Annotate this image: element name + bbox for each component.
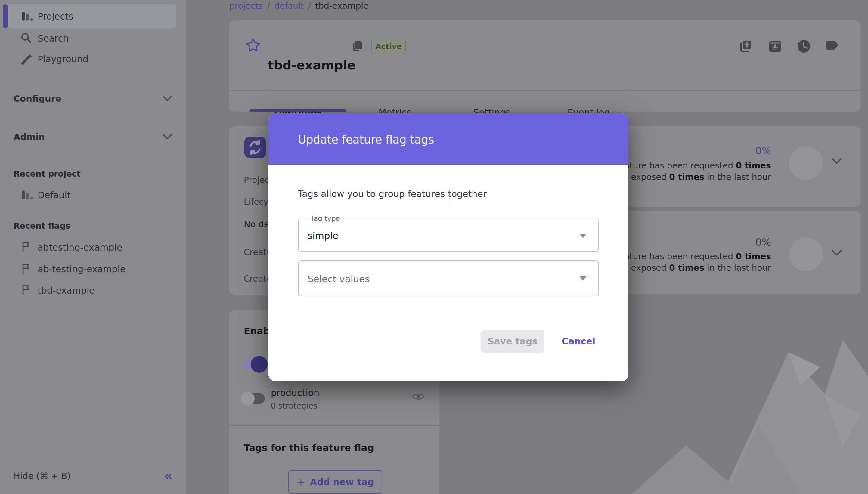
history-clock-icon[interactable]: [796, 39, 811, 54]
breadcrumb-link-default[interactable]: default: [274, 1, 304, 11]
copy-name-icon[interactable]: [351, 39, 365, 53]
archive-icon[interactable]: [768, 39, 782, 54]
lifecycle-icon: [244, 137, 266, 158]
chevron-down-icon: [162, 95, 172, 102]
sidebar-item-label: abtesting-example: [38, 242, 122, 253]
metrics-text: in the last hour: [704, 263, 771, 273]
sidebar-section-admin[interactable]: Admin: [14, 131, 172, 142]
sidebar-item-default-project[interactable]: Default: [3, 185, 176, 205]
sidebar-item-label: tbd-example: [38, 285, 95, 296]
flag-icon: [20, 262, 33, 276]
recent-flags-heading: Recent flags: [14, 221, 71, 230]
tag-icon[interactable]: [825, 39, 840, 53]
sidebar-item-label: ab-testing-example: [38, 264, 126, 274]
bar-chart-icon: [20, 188, 33, 202]
status-badge-label: Active: [375, 42, 402, 51]
sidebar-item-label: Projects: [38, 11, 73, 22]
toggle-development[interactable]: [242, 357, 268, 371]
sidebar-item-search[interactable]: Search: [3, 28, 176, 48]
breadcrumb-separator: /: [267, 1, 270, 11]
sidebar-item-flag-abtesting-example[interactable]: abtesting-example: [3, 238, 176, 257]
sidebar-section-configure[interactable]: Configure: [14, 93, 172, 104]
overview-row-lifecycle: Lifecy: [244, 197, 268, 207]
status-badge: Active: [372, 39, 406, 54]
cancel-button[interactable]: Cancel: [562, 330, 595, 353]
plus-icon: +: [297, 476, 305, 488]
tag-values-select[interactable]: Select values: [298, 260, 599, 296]
search-icon: [20, 31, 33, 45]
modal-header: Update feature flag tags: [268, 113, 628, 165]
active-tab-underline: [249, 109, 346, 112]
metrics-bold: 0 times: [669, 172, 704, 182]
metrics-bold: 0 times: [736, 161, 771, 171]
chevron-down-icon[interactable]: [831, 249, 842, 256]
card-section-divider: [229, 425, 439, 426]
exposure-percent: 0%: [755, 236, 771, 248]
dropdown-caret-icon: [580, 277, 586, 281]
recent-project-heading: Recent project: [14, 169, 81, 178]
metrics-text: in the last hour: [704, 172, 771, 182]
tags-heading: Tags for this feature flag: [244, 442, 374, 453]
header-tabs-divider: [229, 90, 861, 91]
environment-strategies-count: 0 strategies: [271, 401, 318, 410]
sidebar-footer-divider: [14, 458, 172, 458]
exposure-donut-chart: [789, 146, 823, 180]
breadcrumb-link-projects[interactable]: projects: [229, 1, 263, 11]
breadcrumb-current: tbd-example: [315, 1, 369, 11]
flag-icon: [20, 240, 33, 254]
eye-icon[interactable]: [412, 392, 425, 401]
toggle-production[interactable]: [241, 392, 266, 405]
metrics-bold: 0 times: [736, 251, 771, 262]
page-title: tbd-example: [268, 58, 356, 73]
section-label: Admin: [14, 132, 45, 142]
flag-icon: [20, 283, 33, 297]
wand-icon: [20, 52, 33, 66]
chevron-down-icon: [162, 134, 172, 140]
section-label: Configure: [14, 94, 61, 104]
background-texture: [632, 316, 868, 494]
sidebar-item-label: Playground: [38, 54, 89, 64]
sidebar-item-label: Search: [38, 33, 69, 44]
sidebar-item-label: Default: [38, 190, 71, 201]
metrics-bold: 0 times: [669, 263, 704, 273]
tag-type-value: simple: [307, 230, 338, 241]
sidebar: Projects Search Playground Configure Adm…: [0, 0, 186, 494]
hide-sidebar-label: Hide (⌘ + B): [14, 471, 71, 481]
overview-row-created-at: Create: [244, 247, 272, 257]
sidebar-collapse-row: Hide (⌘ + B) «: [14, 469, 172, 483]
favorite-star-icon[interactable]: [245, 38, 261, 53]
feature-header-card: tbd-example Active: [229, 20, 861, 112]
app-root: Projects Search Playground Configure Adm…: [0, 0, 868, 494]
dropdown-caret-icon: [580, 234, 586, 238]
exposure-percent: 0%: [755, 145, 771, 157]
sidebar-item-flag-tbd-example[interactable]: tbd-example: [3, 280, 176, 300]
add-new-tag-label: Add new tag: [310, 477, 374, 487]
overview-row-created-by: Create: [244, 274, 272, 284]
sidebar-item-playground[interactable]: Playground: [3, 49, 176, 69]
add-new-tag-button[interactable]: + Add new tag: [288, 470, 382, 494]
tag-values-placeholder: Select values: [307, 273, 370, 284]
environment-metrics-text: e feature has been requested 0 times and…: [608, 251, 771, 274]
modal-description: Tags allow you to group features togethe…: [298, 189, 487, 199]
environment-name: production: [271, 387, 319, 398]
bar-chart-icon: [20, 9, 33, 23]
sidebar-item-flag-ab-testing-example[interactable]: ab-testing-example: [3, 259, 176, 279]
environment-metrics-text: e feature has been requested 0 times and…: [608, 160, 771, 183]
tag-type-select[interactable]: Tag type simple: [298, 219, 599, 252]
breadcrumb: projects / default / tbd-example: [229, 0, 369, 12]
modal-title: Update feature flag tags: [298, 133, 434, 146]
tag-type-label: Tag type: [307, 214, 344, 222]
chevron-down-icon[interactable]: [831, 158, 842, 165]
update-tags-modal: Update feature flag tags Tags allow you …: [268, 113, 628, 381]
collapse-sidebar-button[interactable]: «: [164, 470, 172, 482]
active-indicator-bar: [3, 4, 8, 28]
overview-row-project: Projec: [244, 175, 269, 185]
save-tags-button[interactable]: Save tags: [480, 330, 545, 353]
breadcrumb-separator: /: [308, 1, 311, 11]
sidebar-item-projects[interactable]: Projects: [3, 4, 176, 28]
exposure-donut-chart: [789, 238, 823, 271]
copy-add-icon[interactable]: [738, 39, 753, 54]
